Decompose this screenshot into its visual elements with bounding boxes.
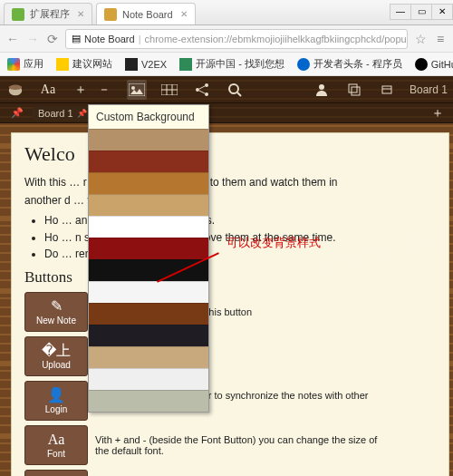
button-caption: Vith + and - (beside the Font Button) yo… [95,434,439,456]
tab-title: Note Board [122,9,173,20]
svg-point-10 [205,92,208,96]
upload-button[interactable]: �上Upload [24,336,88,376]
address-bar: ← → ⟳ ▤ Note Board | chrome-extension://… [0,25,453,53]
background-dropdown: Custom Background [88,104,209,413]
svg-point-1 [9,84,22,89]
user-icon: 👤 [47,387,65,403]
svg-line-12 [237,92,241,96]
background-swatch[interactable] [89,172,208,194]
forward-icon: → [25,32,40,46]
background-swatch[interactable] [89,238,208,259]
background-swatch[interactable] [89,259,208,281]
label: 应用 [24,57,43,71]
font-icon: Aa [48,432,65,448]
background-swatch[interactable] [89,281,208,303]
bookmark-item[interactable]: V2EX [125,58,167,71]
zoom-out-icon[interactable]: － [94,80,114,100]
share-icon[interactable] [192,80,212,100]
svg-point-9 [196,88,199,92]
upload-icon: �上 [42,343,71,359]
background-swatch[interactable] [89,129,208,151]
menu-icon[interactable]: ≡ [433,32,448,46]
background-swatch[interactable] [89,390,208,412]
tab-close-icon[interactable]: ✕ [180,9,188,19]
url-field[interactable]: ▤ Note Board | chrome-extension://ebmkmo… [65,29,408,49]
background-swatch[interactable] [89,151,208,172]
zoom-in-icon[interactable]: ＋ [71,80,91,100]
layout-icon[interactable] [159,80,179,100]
settings-icon[interactable] [377,80,397,100]
browser-tab[interactable]: 扩展程序 ✕ [4,3,92,24]
user-icon[interactable] [312,80,332,100]
favicon-icon [104,8,117,21]
svg-point-3 [131,86,135,90]
svg-point-11 [229,84,238,93]
apps-icon [7,58,20,71]
background-swatch[interactable] [89,346,208,368]
svg-point-8 [205,83,208,87]
font-button[interactable]: Aa [38,80,58,100]
bookmark-icon [415,58,428,71]
annotation-text: 可以改变背景样式 [226,235,321,251]
reload-icon[interactable]: ⟳ [45,32,60,46]
bookmark-item[interactable]: 建议网站 [56,57,112,71]
background-swatch[interactable] [89,216,208,238]
tab-title: 扩展程序 [30,7,70,21]
maximize-button[interactable]: ▭ [410,4,432,20]
browser-tab-bar: 扩展程序 ✕ Note Board ✕ — ▭ ✕ [0,0,453,25]
apps-button[interactable]: 应用 [7,57,43,71]
note-text: With this … r notes, save web content to… [24,175,439,189]
background-swatch[interactable] [89,368,208,390]
bookmark-item[interactable]: GitHub - tonybeltra [415,58,453,71]
background-swatch[interactable] [89,194,208,216]
board-label[interactable]: Board 1 [410,83,448,96]
pin-icon: 📌 [77,109,87,118]
window-controls: — ▭ ✕ [390,4,453,22]
custom-background-option[interactable]: Custom Background [89,105,208,129]
new-note-button[interactable]: ✎New Note [24,292,88,332]
url-path: chrome-extension://ebmkmojiojiihelkkagfb… [145,34,408,44]
bookmark-star-icon[interactable]: ☆ [413,32,428,46]
svg-rect-14 [349,84,357,92]
note-heading: Welco [24,142,439,166]
board-tabs-bar: 📌 Board 1📌 ＋ [0,103,453,123]
palette-icon[interactable] [5,80,25,100]
font-panel-button[interactable]: AaFont [24,425,88,465]
background-swatch[interactable] [89,325,208,346]
note-text: another d … with the login option. [24,193,439,208]
bookmark-icon [125,58,138,71]
background-swatch[interactable] [89,303,208,325]
bookmark-icon [56,58,69,71]
copy-icon[interactable] [344,80,364,100]
svg-point-13 [319,84,324,90]
search-icon[interactable] [225,80,245,100]
pin-icon[interactable]: 📌 [7,103,27,123]
bookmarks-bar: 应用 建议网站 V2EX 开源中国 - 找到您想 开发者头条 - 程序员 Git… [0,53,453,76]
url-title: Note Board [84,34,135,44]
back-icon[interactable]: ← [5,32,20,46]
add-board-icon[interactable]: ＋ [428,103,448,123]
browser-tab[interactable]: Note Board ✕ [96,3,196,24]
main-toolbar: Aa ＋ － Board 1 [0,76,453,103]
bookmark-icon [179,58,192,71]
note-subheading: Buttons [24,268,439,287]
bookmark-item[interactable]: 开源中国 - 找到您想 [179,57,284,71]
favicon-icon [12,8,24,21]
login-button[interactable]: 👤Login [24,381,88,421]
tab-close-icon[interactable]: ✕ [77,9,84,19]
note-panel[interactable]: Welco With this … r notes, save web cont… [11,132,449,476]
background-panel-button[interactable]: 🖼 [24,470,88,476]
note-icon: ✎ [51,298,63,315]
app-viewport: www.do Aa ＋ － Board 1 📌 Board 1📌 ＋ Welco… [0,76,453,476]
background-button[interactable] [127,80,147,100]
page-icon: ▤ [72,33,81,44]
bookmark-icon [297,58,310,71]
board-tab[interactable]: Board 1📌 [33,106,94,121]
minimize-button[interactable]: — [390,4,411,20]
close-button[interactable]: ✕ [431,4,453,20]
svg-rect-16 [382,86,391,93]
svg-rect-15 [352,87,360,95]
bookmark-item[interactable]: 开发者头条 - 程序员 [297,57,402,71]
